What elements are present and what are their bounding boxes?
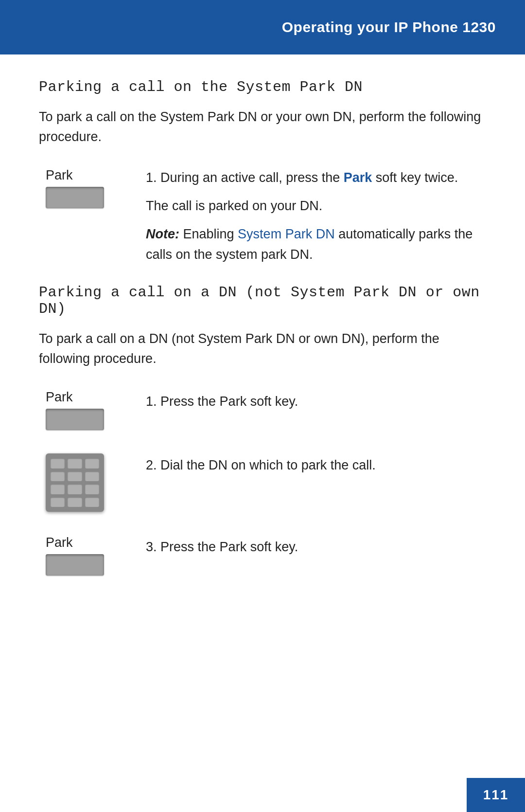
section2-step1-instructions: 1. Press the Park soft key. [146, 388, 491, 412]
section1-note-label: Note: [146, 227, 179, 241]
section1-step1-number: 1. [146, 170, 157, 185]
section2-step3-park-button-icon [46, 554, 104, 576]
section2-step3-number: 3. [146, 540, 157, 554]
section2-heading: Parking a call on a DN (not System Park … [39, 284, 491, 317]
section2-step2-text: 2. Dial the DN on which to park the call… [146, 453, 491, 476]
key-1 [51, 458, 65, 469]
section2-step1-before-link: Press the [160, 394, 220, 409]
section1-instructions: 1. During an active call, press the Park… [146, 166, 491, 265]
section2-step3-link: Park [220, 540, 247, 554]
section2-step3-icon-col: Park [39, 533, 146, 576]
section2-step1-park-button-icon [46, 409, 104, 430]
section1-park-label: Park [46, 168, 73, 183]
key-2 [68, 458, 82, 469]
section2-step2-icon-col [39, 451, 146, 512]
key-7 [51, 484, 65, 494]
section2-step3-after-link: soft key. [246, 540, 298, 554]
header-phone-model: 1230 [462, 19, 496, 35]
main-content: Parking a call on the System Park DN To … [0, 54, 525, 646]
section2-step1-block: Park 1. Press the Park soft key. [39, 388, 491, 430]
section2-step3-text: 3. Press the Park soft key. [146, 535, 491, 558]
section2-step1-after-link: soft key. [246, 394, 298, 409]
section1-park-button-icon [46, 187, 104, 208]
key-9 [85, 484, 99, 494]
section2-step2-number: 2. [146, 458, 157, 472]
section2-step2-instructions: 2. Dial the DN on which to park the call… [146, 451, 491, 476]
section1-step1-link: Park [344, 170, 372, 185]
header-title-text: Operating your IP Phone [282, 19, 463, 35]
section1-step1-before-link: During an active call, press the [160, 170, 344, 185]
section1-step1-block: Park 1. During an active call, press the… [39, 166, 491, 265]
section2-intro: To park a call on a DN (not System Park … [39, 329, 491, 368]
section2-step3-instructions: 3. Press the Park soft key. [146, 533, 491, 558]
key-4 [51, 471, 65, 482]
key-3 [85, 458, 99, 469]
keypad-icon [46, 453, 104, 512]
header-title: Operating your IP Phone 1230 [282, 19, 496, 36]
section1-heading: Parking a call on the System Park DN [39, 79, 491, 95]
key-star [51, 497, 65, 507]
key-hash [85, 497, 99, 507]
section2-step3-block: Park 3. Press the Park soft key. [39, 533, 491, 576]
section2-step1-text: 1. Press the Park soft key. [146, 390, 491, 412]
page-number: 111 [483, 787, 509, 803]
section2-step2-block: 2. Dial the DN on which to park the call… [39, 451, 491, 512]
section2-step3-before-link: Press the [160, 540, 220, 554]
key-8 [68, 484, 82, 494]
section2-step1-number: 1. [146, 394, 157, 409]
header-bar: Operating your IP Phone 1230 [0, 0, 525, 54]
section1-note: Note: Enabling System Park DN automatica… [146, 224, 491, 265]
section2-step1-icon-col: Park [39, 388, 146, 430]
page-number-bar: 111 [467, 778, 525, 812]
key-5 [68, 471, 82, 482]
key-0 [68, 497, 82, 507]
section1-note-link: System Park DN [238, 227, 335, 241]
section1-step1-text: 1. During an active call, press the Park… [146, 168, 491, 188]
section1-step1-after-link: soft key twice. [372, 170, 458, 185]
section2-step1-park-label: Park [46, 390, 73, 405]
section2-step1-link: Park [220, 394, 247, 409]
section1-call-parked: The call is parked on your DN. [146, 196, 491, 217]
section1-note-enabling: Enabling [183, 227, 238, 241]
section2-step2-text-content: Dial the DN on which to park the call. [160, 458, 376, 472]
section2-step3-park-label: Park [46, 535, 73, 550]
section1-intro: To park a call on the System Park DN or … [39, 107, 491, 146]
section1-icon-col: Park [39, 166, 146, 265]
key-6 [85, 471, 99, 482]
